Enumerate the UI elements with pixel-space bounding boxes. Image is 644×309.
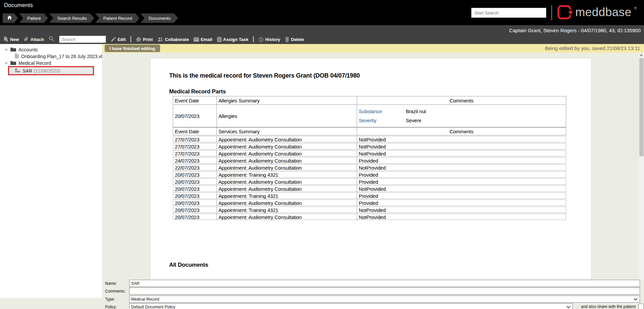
services-table-body: 27/07/2023 Appointment: Audiometry Consu… <box>173 136 566 220</box>
tree-label: Medical Record <box>18 60 51 66</box>
breadcrumb-home[interactable] <box>3 13 18 23</box>
toolbar-divider <box>253 36 254 42</box>
policy-label: Policy: <box>105 305 117 309</box>
trash-icon <box>285 37 289 42</box>
service-comment-cell: NotProvided <box>357 136 566 143</box>
service-date-cell: 20/07/2023 <box>173 186 217 192</box>
edit-button[interactable]: Edit <box>111 37 126 42</box>
breadcrumb-patient-record[interactable]: Patient Record <box>95 13 140 23</box>
scroll-up-arrow-icon[interactable] <box>640 54 643 56</box>
chevron-down-icon[interactable] <box>4 47 8 52</box>
service-summary-cell: Appointment: Audiometry Consultation <box>217 214 357 220</box>
assign-task-label: Assign Task <box>223 37 249 42</box>
substance-link[interactable]: Substance <box>359 108 406 114</box>
vertical-scrollbar[interactable] <box>639 53 644 279</box>
service-summary-cell: Appointment: Audiometry Consultation <box>217 186 357 192</box>
toolbar-divider <box>131 36 131 42</box>
tree-label: Onboarding Plan_17 to 28 July 2023.xls» <box>21 54 107 59</box>
toolbar-search-input[interactable] <box>59 36 106 43</box>
medical-record-parts-heading: Medical Record Parts <box>169 88 226 95</box>
all-documents-heading: All Documents <box>169 262 208 268</box>
policy-select[interactable]: Default Document Policy <box>129 303 573 309</box>
policy-selected-value: Default Document Policy <box>131 305 175 309</box>
table-row: 20/07/2023 Appointment: Audiometry Consu… <box>173 178 566 185</box>
chevron-down-icon <box>566 305 571 309</box>
delete-label: Delete <box>291 37 304 42</box>
folder-icon <box>10 47 16 53</box>
severity-link[interactable]: Severity <box>359 118 406 123</box>
email-button[interactable]: Email <box>194 37 212 42</box>
document-toolbar: New Attach Edit <box>3 35 304 43</box>
service-comment-cell: NotProvided <box>357 207 566 213</box>
service-comment-cell: Provided <box>357 179 566 185</box>
new-button[interactable]: New <box>3 37 19 42</box>
service-summary-cell: Appointment: Audiometry Consultation <box>217 179 357 185</box>
tree-folder-accounts[interactable]: Accounts <box>0 46 38 53</box>
allergy-details-cell: Substance Brazil nut Severity Severe <box>357 105 566 127</box>
print-button[interactable]: Print <box>136 37 153 42</box>
tree-folder-medical-record[interactable]: Medical Record <box>0 60 51 67</box>
assign-task-button[interactable]: Assign Task <box>217 37 249 42</box>
brand-name: meddbase <box>575 4 631 20</box>
allergy-date-cell: 20/07/2023 <box>173 105 217 127</box>
tree-label: SAR <box>22 68 32 74</box>
home-icon <box>7 15 12 21</box>
service-comment-cell: Provided <box>357 200 566 206</box>
table-row: 27/07/2023 Appointment: Audiometry Consu… <box>173 150 566 157</box>
service-summary-cell: Appointment: Audiometry Consultation <box>217 158 357 164</box>
name-label: Name: <box>105 281 117 286</box>
table-row: 22/07/2023 Appointment: Audiometry Consu… <box>173 164 566 171</box>
service-date-cell: 20/07/2023 <box>173 214 217 220</box>
printer-icon <box>136 37 141 42</box>
attach-label: Attach <box>31 37 44 42</box>
table-row: 20/07/2023 Appointment: Training 4321 No… <box>173 207 566 213</box>
tree-doc-sar-selected[interactable]: SAR (21/08/2023) <box>8 66 94 75</box>
global-search-input[interactable] <box>471 8 546 18</box>
history-button[interactable]: History <box>258 37 280 42</box>
service-date-cell: 22/07/2023 <box>173 165 217 171</box>
collaborate-button[interactable]: Collaborate <box>157 37 189 42</box>
share-with-patient-checkbox[interactable] <box>638 304 644 309</box>
patient-summary: Captain Grant, Steven Rogers - 04/07/198… <box>509 28 641 33</box>
table-row: 24/07/2023 Appointment: Audiometry Consu… <box>173 157 566 164</box>
column-header: Comments <box>357 98 566 103</box>
service-summary-cell: Appointment: Audiometry Consultation <box>217 143 357 150</box>
chevron-down-icon[interactable] <box>4 60 8 66</box>
comments-field[interactable] <box>129 288 640 295</box>
breadcrumb-documents[interactable]: Documents <box>141 13 178 23</box>
envelope-icon <box>194 37 199 42</box>
service-comment-cell: NotProvided <box>357 150 566 157</box>
history-label: History <box>265 37 280 42</box>
attach-button[interactable]: Attach <box>24 37 44 42</box>
type-label: Type: <box>105 297 115 302</box>
tree-file-onboarding-plan[interactable]: Onboarding Plan_17 to 28 July 2023.xls» <box>15 53 107 60</box>
delete-button[interactable]: Delete <box>285 37 304 42</box>
table-row: 20/07/2023 Appointment: Audiometry Consu… <box>173 185 566 192</box>
service-date-cell: 20/07/2023 <box>173 179 217 185</box>
service-date-cell: 20/07/2023 <box>173 207 217 213</box>
service-summary-cell: Appointment: Training 4321 <box>217 207 357 213</box>
name-field[interactable] <box>129 280 640 287</box>
allergies-table-header: Event Date Allergies Summary Comments <box>173 96 566 105</box>
email-label: Email <box>201 37 212 42</box>
scrollbar-thumb[interactable] <box>639 58 644 156</box>
type-select[interactable]: Medical Record <box>129 296 640 303</box>
document-lines-icon <box>15 68 20 74</box>
comments-label: Comments: <box>105 289 126 294</box>
clipboard-icon <box>217 37 221 42</box>
service-comment-cell: NotProvided <box>357 143 566 150</box>
table-row: 20/07/2023 Appointment: Training 4321 Pr… <box>173 192 566 199</box>
breadcrumb-patient[interactable]: Patient <box>19 13 48 23</box>
table-row: 20/07/2023 Appointment: Training 4321 Pr… <box>173 171 566 178</box>
document-preview-area: This is the medical record for Steven Ro… <box>102 53 644 279</box>
service-comment-cell: NotProvided <box>357 214 566 220</box>
service-date-cell: 27/07/2023 <box>173 143 217 150</box>
breadcrumb-search-results[interactable]: Search Results <box>49 13 94 23</box>
finished-editing-button[interactable]: I have finished editing <box>105 45 160 52</box>
substance-value: Brazil nut <box>406 108 566 114</box>
editing-status-text: Being edited by you, saved 21/08/23 13:1… <box>545 45 640 51</box>
service-summary-cell: Appointment: Audiometry Consultation <box>217 165 357 171</box>
services-table: Event Date Services Summary Comments 27/… <box>173 127 566 220</box>
service-summary-cell: Appointment: Audiometry Consultation <box>217 150 357 157</box>
breadcrumb-label: Patient Record <box>103 16 132 21</box>
